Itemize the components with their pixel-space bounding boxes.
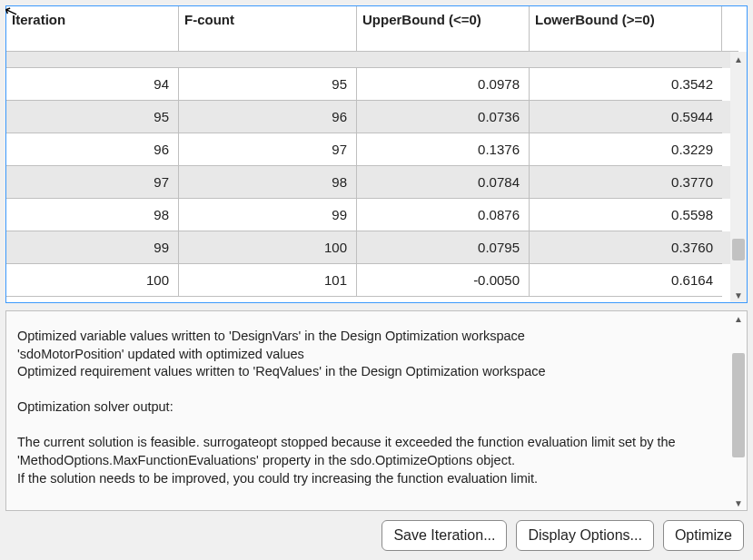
cell-fcount: 97	[179, 133, 357, 166]
table-row: 95 96 0.0736 0.5944	[6, 101, 730, 133]
cell-lowerbound: 0.6164	[530, 264, 722, 297]
cell-upperbound: 0.0876	[357, 199, 530, 231]
cell-lowerbound: 0.3229	[530, 133, 722, 166]
cell-fcount: 96	[179, 101, 357, 133]
log-panel: Optimized variable values written to 'De…	[5, 310, 748, 511]
table-scrollbar[interactable]: ▲ ▼	[730, 52, 747, 302]
scroll-down-icon[interactable]: ▼	[730, 496, 747, 510]
table-row: 96 97 0.1376 0.3229	[6, 133, 730, 166]
cell-iteration: 96	[6, 133, 179, 166]
button-row: Save Iteration... Display Options... Opt…	[5, 518, 748, 555]
cell-upperbound: 0.0784	[357, 166, 530, 199]
display-options-button[interactable]: Display Options...	[516, 520, 653, 551]
table-row: 98 99 0.0876 0.5598	[6, 199, 730, 231]
cell-lowerbound: 0.5944	[530, 101, 722, 133]
cell-fcount: 98	[179, 166, 357, 199]
log-scrollbar[interactable]: ▲ ▼	[730, 311, 747, 510]
cell-iteration: 94	[6, 68, 179, 101]
table-row	[6, 52, 730, 68]
col-header-upperbound: UpperBound (<=0)	[357, 6, 530, 52]
scroll-down-icon[interactable]: ▼	[730, 288, 747, 302]
cell-iteration: 97	[6, 166, 179, 199]
col-header-iteration: Iteration	[6, 6, 179, 52]
col-header-fcount: F-count	[179, 6, 357, 52]
cell-lowerbound: 0.5598	[530, 199, 722, 231]
table-row: 97 98 0.0784 0.3770	[6, 166, 730, 199]
col-header-scroll-spacer	[722, 6, 738, 52]
log-text[interactable]: Optimized variable values written to 'De…	[6, 311, 730, 510]
iteration-table-panel: Iteration F-count UpperBound (<=0) Lower…	[5, 5, 748, 303]
cell-upperbound: 0.0978	[357, 68, 530, 101]
optimize-button[interactable]: Optimize	[663, 520, 744, 551]
cell-fcount: 100	[179, 231, 357, 264]
cell-lowerbound: 0.3770	[530, 166, 722, 199]
cell-upperbound: 0.0736	[357, 101, 530, 133]
scroll-track[interactable]	[730, 326, 747, 496]
table-row: 94 95 0.0978 0.3542	[6, 68, 730, 101]
table-header-row: Iteration F-count UpperBound (<=0) Lower…	[6, 6, 747, 52]
scroll-thumb[interactable]	[732, 353, 745, 457]
cell-iteration: 95	[6, 101, 179, 133]
cell-iteration: 100	[6, 264, 179, 297]
cell-iteration: 99	[6, 231, 179, 264]
scroll-up-icon[interactable]: ▲	[730, 52, 747, 66]
scroll-up-icon[interactable]: ▲	[730, 311, 747, 326]
scroll-track[interactable]	[730, 66, 747, 288]
cell-upperbound: -0.0050	[357, 264, 530, 297]
optimization-progress-panel: Iteration F-count UpperBound (<=0) Lower…	[0, 0, 753, 560]
cell-fcount: 99	[179, 199, 357, 231]
cell-upperbound: 0.1376	[357, 133, 530, 166]
table-row: 100 101 -0.0050 0.6164	[6, 264, 730, 297]
cell-fcount: 101	[179, 264, 357, 297]
cell-iteration: 98	[6, 199, 179, 231]
save-iteration-button[interactable]: Save Iteration...	[381, 520, 507, 551]
cell-lowerbound: 0.3760	[530, 231, 722, 264]
cell-fcount: 95	[179, 68, 357, 101]
scroll-thumb[interactable]	[732, 239, 745, 260]
col-header-lowerbound: LowerBound (>=0)	[530, 6, 722, 52]
cell-lowerbound: 0.3542	[530, 68, 722, 101]
cell-upperbound: 0.0795	[357, 231, 530, 264]
table-row: 99 100 0.0795 0.3760	[6, 231, 730, 264]
iteration-table-body[interactable]: 94 95 0.0978 0.3542 95 96 0.0736 0.5944 …	[6, 52, 730, 302]
